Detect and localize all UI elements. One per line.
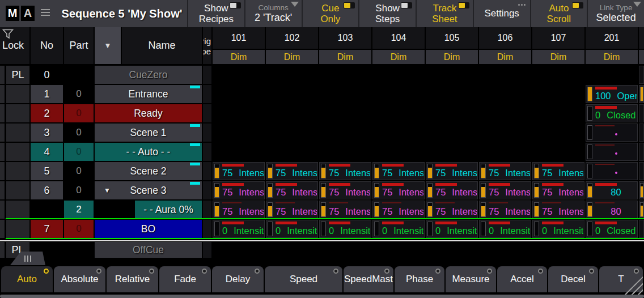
menu-icon[interactable] — [41, 9, 50, 18]
value-cell-cue8-ch201[interactable]: 0Closed — [586, 220, 638, 238]
lock-cell[interactable]: PL — [6, 242, 29, 258]
value-cell-cue2-ch201[interactable]: 0Closed — [586, 104, 638, 122]
value-cell-cue8-ch105[interactable]: 0Intensity — [426, 220, 478, 238]
channel-header-107[interactable]: 107 — [532, 27, 584, 49]
trigtype-cell[interactable] — [203, 162, 211, 180]
lock-cell[interactable] — [6, 162, 29, 180]
value-cell-cue8-ch101[interactable]: 0Intensity — [213, 220, 265, 238]
value-cell-cue5-ch101[interactable]: 75Intensity — [213, 162, 265, 180]
value-cell-cue7-ch107[interactable]: 75Intensity — [532, 201, 584, 219]
value-cell-cue4-ch201[interactable] — [586, 143, 638, 161]
value-cell-cue8-ch107[interactable]: 0Intensity — [532, 220, 584, 238]
value-cell-cue5-ch102[interactable]: 75Intensity — [266, 162, 318, 180]
value-cell-cue6-ch102[interactable]: 75Intensity — [266, 181, 318, 199]
header-name[interactable]: Name — [122, 27, 202, 64]
value-cell-cue7-ch201[interactable]: 80 — [586, 201, 638, 219]
part-number-cell[interactable]: 0 — [64, 181, 94, 199]
header-part[interactable]: Part — [64, 27, 94, 64]
cue-name-cell[interactable]: Entrance — [95, 85, 202, 103]
part-number-cell[interactable]: 0 — [64, 85, 94, 103]
trigtype-cell[interactable] — [203, 124, 211, 142]
cue-name-cell[interactable]: BO — [95, 220, 202, 238]
part-number-cell[interactable]: 2 — [64, 201, 94, 219]
value-cell-cue5-ch107[interactable]: 75Intensity — [532, 162, 584, 180]
cue-number-cell[interactable] — [31, 201, 63, 219]
value-cell-cue6-ch106[interactable]: 75Intensity — [479, 181, 531, 199]
cue-name-cell[interactable]: Scene 1 — [95, 124, 202, 142]
channel-header-103[interactable]: 103 — [319, 27, 371, 49]
channel-header-106[interactable]: 106 — [479, 27, 531, 49]
lock-cell[interactable] — [6, 85, 29, 103]
cue-number-cell[interactable]: 1 — [31, 85, 63, 103]
value-cell-cue5-ch103[interactable]: 75Intensity — [319, 162, 371, 180]
trigtype-cell[interactable] — [203, 104, 211, 122]
value-cell-cue7-ch101[interactable]: 75Intensity — [213, 201, 265, 219]
encoder-tab-fade[interactable]: Fade — [159, 266, 211, 292]
cue-name-cell[interactable]: Scene 3▼ — [95, 181, 202, 199]
expand-triangle-icon[interactable]: ▼ — [104, 186, 111, 194]
cue-number-cell[interactable]: 0 — [31, 66, 63, 84]
cue-name-cell[interactable]: CueZero — [95, 66, 202, 84]
lock-cell[interactable] — [6, 181, 29, 199]
cue-name-cell[interactable]: Scene 2 — [95, 162, 202, 180]
cue-name-cell[interactable]: - - Aura 0% — [95, 201, 202, 219]
value-cell-cue7-ch102[interactable]: 75Intensity — [266, 201, 318, 219]
encoder-tab-relative[interactable]: Relative — [107, 266, 158, 292]
value-cell-cue5-ch104[interactable]: 75Intensity — [372, 162, 425, 180]
channel-attribute-104[interactable]: Dim — [372, 50, 425, 64]
encoder-tab-speed[interactable]: Speed — [265, 266, 342, 292]
channel-header-101[interactable]: 101 — [213, 27, 265, 49]
cue-name-cell[interactable]: - - Auto - - — [95, 143, 202, 161]
trigtype-cell[interactable] — [203, 143, 211, 161]
cue-number-cell[interactable]: 6 — [31, 181, 63, 199]
lock-cell[interactable] — [6, 143, 29, 161]
value-cell-cue6-ch107[interactable]: 75Intensity — [532, 181, 584, 199]
cue-number-cell[interactable]: 7 — [31, 220, 63, 238]
cue-number-cell[interactable]: 2 — [31, 104, 63, 122]
channel-attribute-201[interactable]: Dim — [586, 50, 638, 64]
channel-attribute-105[interactable]: Dim — [426, 50, 478, 64]
channel-header-104[interactable]: 104 — [372, 27, 425, 49]
cue-name-cell[interactable]: OffCue — [95, 242, 202, 258]
titlebar-button-cue-only[interactable]: CueOnly — [302, 0, 359, 27]
part-number-cell[interactable]: 0 — [64, 162, 94, 180]
value-cell-cue5-ch201[interactable] — [586, 162, 638, 180]
value-cell-cue6-ch104[interactable]: 75Intensity — [372, 181, 425, 199]
value-cell-cue5-ch105[interactable]: 75Intensity — [426, 162, 478, 180]
value-cell-cue5-ch106[interactable]: 75Intensity — [479, 162, 531, 180]
window-title[interactable]: Sequence 5 'My Show' — [57, 0, 187, 27]
cue-number-cell[interactable]: 3 — [31, 124, 63, 142]
value-cell-cue7-ch103[interactable]: 75Intensity — [319, 201, 371, 219]
ma-logo[interactable]: M A — [6, 6, 35, 21]
channel-attribute-107[interactable]: Dim — [532, 50, 584, 64]
header-lock[interactable]: Lock — [0, 27, 29, 64]
titlebar-button-track-sheet[interactable]: TrackSheet — [416, 0, 473, 27]
part-number-cell[interactable]: 0 — [64, 124, 94, 142]
channel-header-201[interactable]: 201 — [586, 27, 638, 49]
channel-attribute-102[interactable]: Dim — [266, 50, 318, 64]
value-cell-cue8-ch104[interactable]: 0Intensity — [372, 220, 425, 238]
header-sort[interactable]: ▼ — [95, 27, 121, 64]
value-cell-cue7-ch106[interactable]: 75Intensity — [479, 201, 531, 219]
header-trigtype[interactable]: Trig Type — [203, 27, 211, 64]
encoder-tab-accel[interactable]: Accel — [497, 266, 547, 292]
cue-number-cell[interactable]: 5 — [31, 162, 63, 180]
lock-cell[interactable]: PL — [6, 66, 29, 84]
lock-cell[interactable] — [6, 124, 29, 142]
value-cell-cue6-ch101[interactable]: 75Intensity — [213, 181, 265, 199]
encoder-tab-absolute[interactable]: Absolute — [54, 266, 105, 292]
lock-cell[interactable] — [6, 220, 29, 238]
channel-attribute-101[interactable]: Dim — [213, 50, 265, 64]
encoder-tab-decel[interactable]: Decel — [548, 266, 598, 292]
value-cell-cue8-ch106[interactable]: 0Intensity — [479, 220, 531, 238]
titlebar-button-show-recipes[interactable]: ShowRecipes — [187, 0, 244, 27]
channel-attribute-106[interactable]: Dim — [479, 50, 531, 64]
encoder-tab-measure[interactable]: Measure — [446, 266, 496, 292]
part-number-cell[interactable]: 0 — [64, 143, 94, 161]
part-number-cell[interactable]: 0 — [64, 220, 94, 238]
cue-number-cell[interactable]: 4 — [31, 143, 63, 161]
trigtype-cell[interactable] — [203, 201, 211, 219]
channel-attribute-103[interactable]: Dim — [319, 50, 371, 64]
value-cell-cue7-ch105[interactable]: 75Intensity — [426, 201, 478, 219]
trigtype-cell[interactable] — [203, 242, 211, 258]
